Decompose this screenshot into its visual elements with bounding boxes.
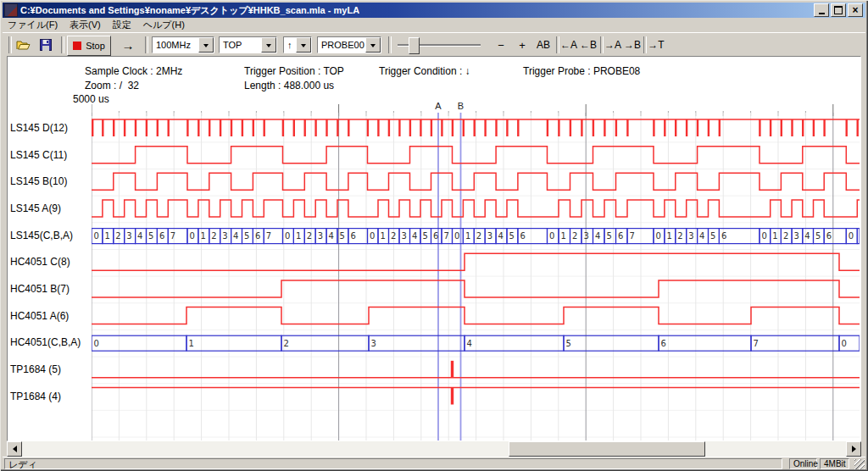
length-info: Length : 488.000 us [244, 80, 334, 91]
svg-text:3: 3 [126, 231, 131, 241]
svg-text:6: 6 [618, 231, 623, 241]
svg-text:4: 4 [233, 231, 238, 241]
set-marker-b-button[interactable]: →B [622, 36, 643, 53]
open-folder-icon [16, 39, 31, 51]
stop-icon [73, 42, 81, 50]
svg-text:4: 4 [804, 231, 810, 241]
svg-text:0: 0 [285, 231, 290, 241]
svg-text:5: 5 [340, 231, 345, 241]
svg-text:3: 3 [688, 231, 693, 241]
svg-text:1: 1 [666, 231, 671, 241]
svg-text:4: 4 [498, 231, 504, 241]
scroll-left-icon [9, 446, 17, 452]
save-button[interactable] [36, 36, 56, 53]
toolbar-separator [145, 36, 148, 53]
scroll-left-button[interactable] [7, 441, 22, 457]
svg-text:1: 1 [200, 231, 205, 241]
dropdown-arrow-icon[interactable] [261, 37, 276, 53]
svg-text:4: 4 [595, 231, 600, 241]
scrollbar-thumb[interactable] [509, 441, 705, 457]
svg-text:5: 5 [244, 231, 249, 241]
toolbar-grip [388, 36, 392, 53]
stop-button[interactable]: Stop [67, 36, 111, 56]
app-window: C:¥Documents and Settings¥noname¥デスクトップ¥… [0, 0, 868, 471]
sample-clock-combo[interactable]: 100MHz [152, 36, 214, 53]
horizontal-scrollbar[interactable] [7, 441, 861, 457]
svg-text:2: 2 [391, 231, 396, 241]
goto-marker-a-button[interactable]: ←A [559, 36, 579, 53]
svg-text:3: 3 [222, 231, 227, 241]
svg-text:0: 0 [454, 231, 459, 241]
svg-text:0: 0 [842, 339, 847, 348]
svg-text:7: 7 [444, 231, 449, 241]
svg-text:6: 6 [159, 231, 164, 241]
slider-thumb[interactable] [409, 37, 420, 54]
set-marker-a-button[interactable]: →A [603, 36, 623, 53]
svg-text:1: 1 [189, 339, 194, 348]
menu-view[interactable]: 表示(V) [64, 17, 108, 33]
svg-text:2: 2 [307, 231, 312, 241]
svg-text:2: 2 [783, 231, 788, 241]
svg-text:6: 6 [255, 231, 260, 241]
svg-text:4: 4 [467, 339, 472, 348]
close-button[interactable]: × [848, 3, 863, 17]
memory-indicator: 4MBit [820, 458, 849, 469]
app-icon [4, 3, 18, 17]
menubar: ファイル(F) 表示(V) 設定 ヘルプ(H) [3, 18, 865, 32]
zoom-out-button[interactable]: − [491, 36, 511, 53]
dropdown-arrow-icon[interactable] [296, 37, 311, 53]
minimize-button[interactable] [814, 3, 829, 17]
trigger-position-info: Trigger Position : TOP [244, 65, 344, 77]
titlebar[interactable]: C:¥Documents and Settings¥noname¥デスクトップ¥… [3, 3, 865, 18]
svg-text:4: 4 [412, 231, 417, 241]
svg-text:0: 0 [94, 231, 99, 241]
stop-label: Stop [86, 41, 105, 51]
svg-text:6: 6 [661, 339, 666, 348]
svg-text:6: 6 [826, 231, 832, 241]
svg-text:4: 4 [699, 231, 704, 241]
svg-text:0: 0 [190, 231, 195, 241]
svg-text:2: 2 [211, 231, 216, 241]
svg-text:0: 0 [849, 231, 854, 241]
svg-text:3: 3 [487, 231, 492, 241]
zoom-slider[interactable] [398, 36, 481, 53]
svg-text:5: 5 [710, 231, 715, 241]
goto-marker-b-button[interactable]: ←B [578, 36, 598, 53]
svg-text:7: 7 [630, 231, 635, 241]
svg-text:5: 5 [566, 339, 571, 348]
svg-text:1: 1 [296, 231, 301, 241]
trigger-edge-combo[interactable]: ↑ [283, 36, 312, 53]
svg-text:3: 3 [794, 231, 799, 241]
svg-text:3: 3 [584, 231, 589, 241]
svg-text:1: 1 [561, 231, 566, 241]
svg-text:5: 5 [423, 231, 428, 241]
window-title: C:¥Documents and Settings¥noname¥デスクトップ¥… [20, 4, 359, 17]
trigger-probe-info: Trigger Probe : PROBE08 [523, 65, 640, 77]
svg-text:3: 3 [318, 231, 323, 241]
trigger-position-combo[interactable]: TOP [219, 36, 277, 53]
svg-text:6: 6 [721, 231, 726, 241]
maximize-icon [834, 6, 843, 14]
online-indicator: Online [789, 458, 817, 469]
resize-grip[interactable] [854, 459, 865, 469]
menu-help[interactable]: ヘルプ(H) [138, 17, 192, 33]
waveform-plot[interactable]: 0123456701234567012345601234567012345601… [92, 100, 860, 441]
dropdown-arrow-icon[interactable] [365, 37, 381, 53]
maximize-button[interactable] [831, 3, 846, 17]
svg-text:2: 2 [677, 231, 682, 241]
scroll-right-button[interactable] [846, 441, 861, 457]
zoom-in-button[interactable]: + [512, 36, 532, 53]
run-button[interactable]: → [116, 36, 140, 53]
minimize-icon [819, 13, 825, 14]
toolbar-separator [61, 36, 64, 53]
menu-settings[interactable]: 設定 [108, 17, 138, 33]
open-button[interactable] [14, 36, 34, 53]
dropdown-arrow-icon[interactable] [198, 37, 214, 53]
zoom-ab-button[interactable]: AB [531, 36, 555, 53]
svg-text:5: 5 [607, 231, 612, 241]
svg-text:0: 0 [94, 339, 99, 348]
trigger-probe-combo[interactable]: PROBE00 [317, 36, 381, 53]
menu-file[interactable]: ファイル(F) [3, 17, 64, 33]
svg-text:7: 7 [754, 339, 759, 348]
goto-trigger-button[interactable]: →T [646, 36, 666, 53]
